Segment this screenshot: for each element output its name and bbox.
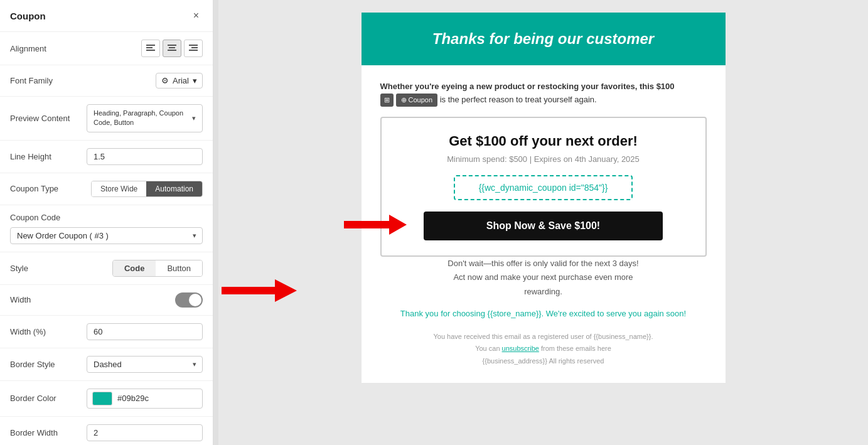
font-family-row: Font Family ⚙ Arial ▾ [0,65,213,97]
align-center-button[interactable] [163,40,181,57]
svg-rect-6 [189,45,198,46]
shop-button-wrapper: Shop Now & Save $100! [394,212,693,240]
width-percent-input[interactable] [87,323,203,340]
center-arrow [222,279,297,304]
line-height-input[interactable] [87,148,203,165]
align-left-button[interactable] [141,40,160,57]
svg-rect-4 [169,47,175,48]
coupon-code-row: Coupon Code New Order Coupon ( #3 ) [0,205,213,252]
alignment-row: Alignment [0,32,213,65]
intro-suffix: is the perfect reason to treat yourself … [440,95,597,104]
coupon-type-toggle: Store Wide Automation [91,181,203,197]
email-intro-strong: Whether you're eyeing a new product or r… [380,82,675,91]
border-color-value: #09b29c [117,394,197,403]
border-color-label: Border Color [10,394,56,403]
store-wide-button[interactable]: Store Wide [92,181,146,196]
button-arrow [344,215,407,237]
border-style-label: Border Style [10,360,55,369]
email-legal: You have received this email as a regist… [380,331,707,368]
border-color-swatch[interactable] [92,392,112,405]
automation-button[interactable]: Automation [146,181,202,196]
panel-header: Coupon × [0,0,213,32]
unsubscribe-link[interactable]: unsubscribe [502,345,539,352]
style-label: Style [10,264,28,273]
legal-you-can: You can [475,345,500,352]
width-percent-label: Width (%) [10,327,46,336]
alignment-controls [141,40,203,57]
preview-content-row: Preview Content Heading, Paragraph, Coup… [0,97,213,141]
border-color-input[interactable]: #09b29c [87,389,203,409]
coupon-subtitle: Minimum spend: $500 | Expires on 4th Jan… [394,154,693,164]
preview-content-control[interactable]: Heading, Paragraph, Coupon Code, Button … [87,104,203,132]
style-toggle: Code Button [112,260,203,277]
shop-now-button[interactable]: Shop Now & Save $100! [424,212,663,240]
coupon-code-select[interactable]: New Order Coupon ( #3 ) [10,227,203,244]
border-style-select[interactable]: Dashed Solid Dotted None [87,356,203,373]
width-toggle[interactable] [175,292,203,308]
preview-area: Thanks for being our customer Whether yo… [218,0,868,445]
panel-divider [213,0,218,445]
border-style-row: Border Style Dashed Solid Dotted None [0,348,213,381]
legal-line2: You can unsubscribe from these emails he… [380,343,707,355]
settings-panel: Coupon × Alignment Font Family ⚙ Arial ▾… [0,0,213,445]
coupon-label: Coupon [409,95,433,106]
width-row: Width [0,285,213,316]
coupon-code-label: Coupon Code [10,213,60,222]
email-preview: Thanks for being our customer Whether yo… [218,0,868,445]
preview-content-value: Heading, Paragraph, Coupon Code, Button [94,109,192,128]
font-family-control[interactable]: ⚙ Arial ▾ [156,73,203,88]
email-container: Thanks for being our customer Whether yo… [362,13,726,383]
svg-rect-7 [191,47,198,48]
close-button[interactable]: × [190,9,203,23]
email-header-text: Thanks for being our customer [380,30,707,48]
style-row: Style Code Button [0,252,213,285]
border-style-select-wrapper: Dashed Solid Dotted None [87,356,203,373]
border-width-row: Border Width [0,417,213,445]
svg-rect-0 [146,45,155,46]
svg-marker-9 [222,279,297,302]
alignment-label: Alignment [10,44,46,53]
line-height-label: Line Height [10,152,51,161]
border-width-label: Border Width [10,428,58,437]
svg-rect-2 [146,50,155,51]
email-body: Whether you're eyeing a new product or r… [362,65,726,383]
email-intro: Whether you're eyeing a new product or r… [380,80,707,107]
button-style-button[interactable]: Button [156,260,202,276]
legal-line1: You have received this email as a regist… [380,331,707,343]
border-width-input[interactable] [87,424,203,441]
svg-rect-8 [189,50,198,51]
svg-rect-5 [168,50,176,51]
footer-line1: Don't wait—this offer is only valid for … [447,259,638,268]
panel-title: Coupon [10,11,46,21]
footer-line3: rewarding. [524,287,562,296]
align-right-button[interactable] [184,40,203,57]
chevron-down-icon: ▾ [192,114,196,122]
coupon-toolbar-btn[interactable]: ⊕ Coupon [396,94,438,107]
legal-2b: from these emails here [541,345,611,352]
move-icon: ⊕ [401,95,407,106]
border-color-row: Border Color #09b29c [0,381,213,417]
coupon-type-row: Coupon Type Store Wide Automation [0,173,213,205]
chevron-down-icon: ▾ [193,76,197,85]
line-height-row: Line Height [0,141,213,173]
email-footer-text: Don't wait—this offer is only valid for … [380,257,707,298]
font-settings-icon: ⚙ [161,76,169,85]
svg-marker-10 [344,215,407,235]
grid-toolbar-btn[interactable]: ⊞ [380,94,394,107]
font-family-value: Arial [173,76,189,85]
email-thank-you: Thank you for choosing {{store_name}}. W… [380,309,707,318]
coupon-toolbar-inline: ⊞ ⊕ Coupon [380,94,438,107]
font-family-label: Font Family [10,76,53,85]
svg-rect-1 [146,47,153,48]
coupon-block: Get $100 off your next order! Minimum sp… [380,117,707,257]
legal-line3: {{business_address}} All rights reserved [380,355,707,368]
coupon-code-select-wrapper: New Order Coupon ( #3 ) [10,227,203,244]
coupon-code-display: {{wc_dynamic_coupon id="854"}} [454,175,633,200]
width-percent-row: Width (%) [0,316,213,348]
footer-line2: Act now and make your next purchase even… [453,272,633,282]
code-style-button[interactable]: Code [113,260,156,276]
coupon-type-label: Coupon Type [10,184,58,193]
coupon-title: Get $100 off your next order! [394,133,693,149]
preview-content-label: Preview Content [10,114,70,123]
width-label: Width [10,295,31,304]
